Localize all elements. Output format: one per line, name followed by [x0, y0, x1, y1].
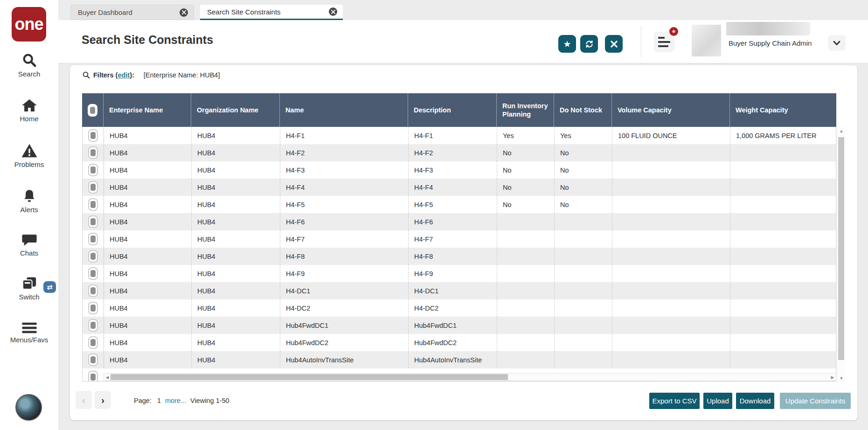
row-checkbox[interactable]: [88, 267, 98, 280]
site-name-link[interactable]: H4-F6: [280, 213, 409, 230]
one-network-logo[interactable]: one: [12, 7, 46, 42]
close-tab-icon[interactable]: [180, 8, 188, 17]
page-header: Search Site Constraints ★ ★ Buyer Supply…: [58, 20, 868, 63]
badge-star-icon: ★: [672, 28, 676, 35]
switch-swap-badge[interactable]: ⇄: [43, 281, 56, 293]
row-checkbox[interactable]: [88, 129, 98, 142]
site-name-link[interactable]: H4-F4: [280, 179, 409, 196]
next-page-button[interactable]: ›: [95, 391, 111, 409]
row-checkbox[interactable]: [88, 233, 98, 245]
pagination-status: Page: 1 more... Viewing 1-50: [134, 397, 229, 404]
site-name-link[interactable]: Hub4AutoInvTransSite: [280, 351, 409, 368]
select-all-checkbox[interactable]: [88, 104, 97, 117]
table-row: HUB4 HUB4 H4-F7 H4-F7: [83, 230, 836, 248]
filters-edit-link[interactable]: edit: [118, 71, 130, 79]
home-icon: [21, 98, 38, 113]
refresh-icon: [584, 39, 594, 49]
update-constraints-button[interactable]: Update Constraints: [780, 393, 851, 409]
site-name-link[interactable]: H4-F7: [280, 230, 409, 248]
table-row: HUB4 HUB4 H4-DC2 H4-DC2: [83, 299, 836, 317]
sidebar-item-problems[interactable]: Problems: [0, 143, 58, 168]
row-checkbox[interactable]: [88, 164, 98, 176]
search-results-card: Filters (edit): [Enterprise Name: HUB4] …: [70, 65, 857, 420]
favorite-button[interactable]: ★: [558, 35, 576, 53]
horizontal-scrollbar-thumb[interactable]: [111, 374, 508, 380]
vertical-scrollbar[interactable]: ▲ ▼: [837, 127, 845, 382]
row-checkbox[interactable]: [88, 250, 98, 263]
scroll-down-icon[interactable]: ▼: [837, 376, 846, 381]
sidebar-item-chats[interactable]: Chats: [0, 233, 58, 257]
site-name-link[interactable]: H4-F9: [280, 265, 409, 282]
vertical-scrollbar-thumb[interactable]: [838, 137, 844, 360]
favorites-badge[interactable]: ★: [668, 26, 679, 37]
site-name-link[interactable]: H4-DC2: [280, 299, 409, 317]
chevron-down-icon: [833, 41, 840, 46]
column-header-do-not-stock[interactable]: Do Not Stock: [554, 93, 612, 127]
table-header-row: Enterprise Name Organization Name Name D…: [82, 93, 836, 127]
site-name-link[interactable]: H4-F8: [280, 248, 409, 265]
scroll-up-icon[interactable]: ▲: [837, 129, 846, 133]
row-checkbox[interactable]: [88, 336, 98, 349]
more-pages-link[interactable]: more...: [165, 397, 186, 404]
row-checkbox[interactable]: [88, 319, 98, 332]
user-menu-button[interactable]: [828, 35, 846, 51]
column-header-enterprise-name[interactable]: Enterprise Name: [104, 93, 191, 127]
user-role-label: Buyer Supply Chain Admin: [729, 39, 812, 47]
close-page-button[interactable]: [605, 35, 623, 53]
horizontal-scrollbar[interactable]: ◀ ▶: [104, 373, 836, 381]
export-to-csv-button[interactable]: Export to CSV: [649, 393, 700, 409]
column-header-organization-name[interactable]: Organization Name: [191, 93, 280, 127]
column-header-weight-capacity[interactable]: Weight Capacity: [730, 93, 836, 127]
search-icon: [21, 52, 37, 68]
table-row: HUB4 HUB4 H4-F1 H4-F1 Yes Yes 100 FLUID …: [83, 127, 836, 144]
scroll-left-icon[interactable]: ◀: [104, 375, 111, 380]
warning-triangle-icon: [21, 143, 38, 159]
scroll-right-icon[interactable]: ▶: [829, 375, 836, 380]
close-tab-icon[interactable]: [329, 7, 337, 16]
sidebar-item-alerts[interactable]: Alerts: [0, 188, 58, 214]
table-row: HUB4 HUB4 Hub4FwdDC2 Hub4FwdDC2: [83, 334, 836, 351]
table-row: HUB4 HUB4 H4-F9 H4-F9: [83, 265, 836, 282]
row-checkbox[interactable]: [88, 354, 98, 366]
column-header-run-inventory-planning[interactable]: Run Inventory Planning: [497, 93, 554, 127]
user-profile-avatar[interactable]: [15, 394, 42, 421]
page-label: Page:: [134, 397, 152, 404]
filters-bar: Filters (edit): [Enterprise Name: HUB4]: [82, 71, 220, 79]
row-checkbox[interactable]: [88, 284, 98, 297]
site-name-link[interactable]: H4-F5: [280, 196, 409, 213]
table-row: HUB4 HUB4 H4-F5 H4-F5 No No: [83, 196, 836, 213]
redacted-user-name: [726, 22, 810, 35]
column-header-description[interactable]: Description: [408, 93, 497, 127]
previous-page-button[interactable]: ‹: [76, 391, 92, 409]
column-header-volume-capacity[interactable]: Volume Capacity: [612, 93, 730, 127]
sidebar-item-home[interactable]: Home: [0, 98, 58, 123]
column-header-name[interactable]: Name: [280, 93, 408, 127]
tab-search-site-constraints[interactable]: Search Site Constraints: [200, 5, 343, 20]
sidebar-item-search[interactable]: Search: [0, 52, 58, 78]
viewing-range-label: Viewing 1-50: [190, 397, 229, 404]
sidebar-item-menus-favs[interactable]: Menus/Favs: [0, 322, 58, 344]
row-checkbox[interactable]: [88, 146, 98, 159]
tab-buyer-dashboard[interactable]: Buyer Dashboard: [70, 5, 194, 20]
table-row: HUB4 HUB4 H4-F8 H4-F8: [83, 248, 836, 265]
table-row: HUB4 HUB4 H4-F2 H4-F2 No No: [83, 144, 836, 161]
table-row: HUB4 HUB4 H4-DC1 H4-DC1: [83, 282, 836, 299]
active-filter-value: [Enterprise Name: HUB4]: [144, 71, 220, 79]
site-name-link[interactable]: H4-DC1: [280, 282, 409, 299]
site-name-link[interactable]: Hub4FwdDC1: [280, 317, 409, 334]
refresh-button[interactable]: [580, 35, 598, 53]
site-constraints-table: Enterprise Name Organization Name Name D…: [82, 93, 836, 381]
row-checkbox[interactable]: [88, 198, 98, 211]
current-page-number: 1: [157, 397, 161, 404]
row-checkbox[interactable]: [88, 371, 98, 381]
site-name-link[interactable]: H4-F2: [280, 144, 409, 161]
table-body: HUB4 HUB4 H4-F1 H4-F1 Yes Yes 100 FLUID …: [82, 127, 836, 368]
row-checkbox[interactable]: [88, 302, 98, 314]
row-checkbox[interactable]: [88, 181, 98, 194]
upload-button[interactable]: Upload: [703, 393, 732, 409]
download-button[interactable]: Download: [736, 393, 774, 409]
site-name-link[interactable]: H4-F1: [280, 127, 409, 144]
site-name-link[interactable]: Hub4FwdDC2: [280, 334, 409, 351]
site-name-link[interactable]: H4-F3: [280, 161, 409, 179]
row-checkbox[interactable]: [88, 215, 98, 228]
